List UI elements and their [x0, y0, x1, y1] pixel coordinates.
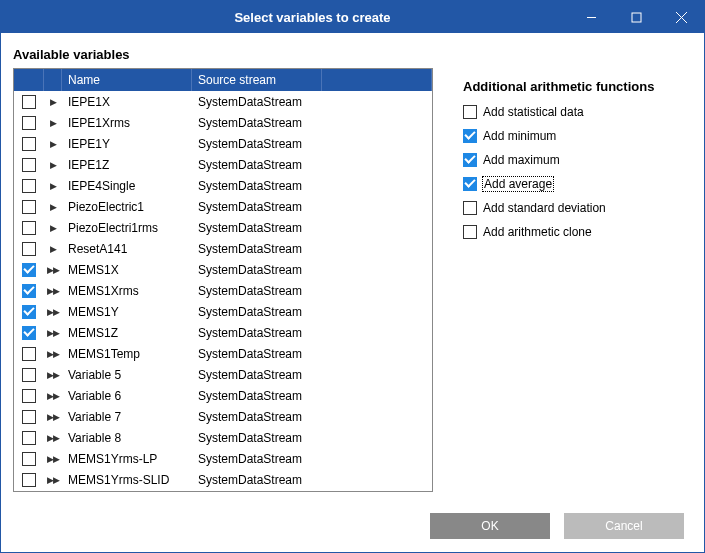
close-button[interactable] — [659, 1, 704, 33]
option-row: Add minimum — [463, 124, 692, 148]
row-checkbox[interactable] — [22, 158, 36, 172]
expand-icon[interactable]: ▶ — [44, 240, 62, 258]
table-row[interactable]: ▶IEPE4SingleSystemDataStream — [14, 175, 432, 196]
col-source[interactable]: Source stream — [192, 69, 322, 91]
row-name: MEMS1Xrms — [62, 284, 192, 298]
row-checkbox[interactable] — [22, 305, 36, 319]
row-name: IEPE1Xrms — [62, 116, 192, 130]
row-checkbox[interactable] — [22, 368, 36, 382]
row-checkbox[interactable] — [22, 116, 36, 130]
expand-icon[interactable]: ▶▶ — [44, 450, 62, 468]
expand-icon[interactable]: ▶▶ — [44, 471, 62, 489]
option-checkbox[interactable] — [463, 153, 477, 167]
row-checkbox[interactable] — [22, 284, 36, 298]
ok-button[interactable]: OK — [430, 513, 550, 539]
expand-icon[interactable]: ▶▶ — [44, 366, 62, 384]
option-row: Add standard deviation — [463, 196, 692, 220]
col-checkbox[interactable] — [14, 69, 44, 91]
row-source: SystemDataStream — [192, 473, 322, 487]
minimize-button[interactable] — [569, 1, 614, 33]
expand-icon[interactable]: ▶▶ — [44, 324, 62, 342]
table-row[interactable]: ▶▶MEMS1Yrms-SLIDSystemDataStream — [14, 469, 432, 490]
row-checkbox[interactable] — [22, 242, 36, 256]
row-checkbox[interactable] — [22, 347, 36, 361]
option-label[interactable]: Add standard deviation — [483, 201, 606, 215]
expand-icon[interactable]: ▶ — [44, 114, 62, 132]
row-source: SystemDataStream — [192, 326, 322, 340]
row-name: MEMS1Yrms-SLID — [62, 473, 192, 487]
row-source: SystemDataStream — [192, 452, 322, 466]
col-name[interactable]: Name — [62, 69, 192, 91]
expand-icon[interactable]: ▶ — [44, 93, 62, 111]
expand-icon[interactable]: ▶ — [44, 177, 62, 195]
table-row[interactable]: ▶▶MEMS1Yrms-MEANSystemDataStream — [14, 490, 432, 491]
expand-icon[interactable]: ▶ — [44, 156, 62, 174]
option-label[interactable]: Add statistical data — [483, 105, 584, 119]
option-checkbox[interactable] — [463, 225, 477, 239]
table-row[interactable]: ▶▶Variable 6SystemDataStream — [14, 385, 432, 406]
dialog-window: Select variables to create Available var… — [0, 0, 705, 553]
expand-icon[interactable]: ▶ — [44, 219, 62, 237]
row-checkbox[interactable] — [22, 473, 36, 487]
option-checkbox[interactable] — [463, 105, 477, 119]
row-checkbox[interactable] — [22, 179, 36, 193]
row-checkbox[interactable] — [22, 221, 36, 235]
grid-body[interactable]: ▶IEPE1XSystemDataStream▶IEPE1XrmsSystemD… — [14, 91, 432, 491]
window-title: Select variables to create — [56, 10, 569, 25]
row-source: SystemDataStream — [192, 263, 322, 277]
row-checkbox[interactable] — [22, 431, 36, 445]
row-name: Variable 5 — [62, 368, 192, 382]
table-row[interactable]: ▶▶MEMS1XSystemDataStream — [14, 259, 432, 280]
row-checkbox[interactable] — [22, 95, 36, 109]
option-checkbox[interactable] — [463, 177, 477, 191]
row-source: SystemDataStream — [192, 179, 322, 193]
expand-icon[interactable]: ▶ — [44, 135, 62, 153]
table-row[interactable]: ▶▶MEMS1TempSystemDataStream — [14, 343, 432, 364]
row-checkbox[interactable] — [22, 389, 36, 403]
table-row[interactable]: ▶▶MEMS1ZSystemDataStream — [14, 322, 432, 343]
table-row[interactable]: ▶▶MEMS1Yrms-LPSystemDataStream — [14, 448, 432, 469]
cancel-button[interactable]: Cancel — [564, 513, 684, 539]
row-checkbox[interactable] — [22, 326, 36, 340]
maximize-button[interactable] — [614, 1, 659, 33]
row-checkbox[interactable] — [22, 410, 36, 424]
table-row[interactable]: ▶▶MEMS1XrmsSystemDataStream — [14, 280, 432, 301]
expand-icon[interactable]: ▶▶ — [44, 345, 62, 363]
table-row[interactable]: ▶▶Variable 8SystemDataStream — [14, 427, 432, 448]
option-label[interactable]: Add minimum — [483, 129, 556, 143]
expand-icon[interactable]: ▶▶ — [44, 282, 62, 300]
option-label[interactable]: Add average — [483, 177, 553, 191]
table-row[interactable]: ▶IEPE1ZSystemDataStream — [14, 154, 432, 175]
table-row[interactable]: ▶PiezoElectric1SystemDataStream — [14, 196, 432, 217]
expand-icon[interactable]: ▶ — [44, 198, 62, 216]
row-source: SystemDataStream — [192, 368, 322, 382]
row-source: SystemDataStream — [192, 95, 322, 109]
row-name: IEPE4Single — [62, 179, 192, 193]
option-label[interactable]: Add arithmetic clone — [483, 225, 592, 239]
table-row[interactable]: ▶IEPE1XrmsSystemDataStream — [14, 112, 432, 133]
row-name: Variable 6 — [62, 389, 192, 403]
row-source: SystemDataStream — [192, 200, 322, 214]
option-checkbox[interactable] — [463, 201, 477, 215]
row-checkbox[interactable] — [22, 200, 36, 214]
table-row[interactable]: ▶▶Variable 5SystemDataStream — [14, 364, 432, 385]
table-row[interactable]: ▶ResetA141SystemDataStream — [14, 238, 432, 259]
option-label[interactable]: Add maximum — [483, 153, 560, 167]
row-checkbox[interactable] — [22, 452, 36, 466]
row-source: SystemDataStream — [192, 347, 322, 361]
table-row[interactable]: ▶PiezoElectri1rmsSystemDataStream — [14, 217, 432, 238]
expand-icon[interactable]: ▶▶ — [44, 303, 62, 321]
expand-icon[interactable]: ▶▶ — [44, 429, 62, 447]
row-checkbox[interactable] — [22, 137, 36, 151]
row-name: Variable 7 — [62, 410, 192, 424]
table-row[interactable]: ▶IEPE1XSystemDataStream — [14, 91, 432, 112]
row-checkbox[interactable] — [22, 263, 36, 277]
option-checkbox[interactable] — [463, 129, 477, 143]
expand-icon[interactable]: ▶▶ — [44, 408, 62, 426]
expand-icon[interactable]: ▶▶ — [44, 387, 62, 405]
table-row[interactable]: ▶IEPE1YSystemDataStream — [14, 133, 432, 154]
svg-rect-1 — [632, 13, 641, 22]
expand-icon[interactable]: ▶▶ — [44, 261, 62, 279]
table-row[interactable]: ▶▶MEMS1YSystemDataStream — [14, 301, 432, 322]
table-row[interactable]: ▶▶Variable 7SystemDataStream — [14, 406, 432, 427]
